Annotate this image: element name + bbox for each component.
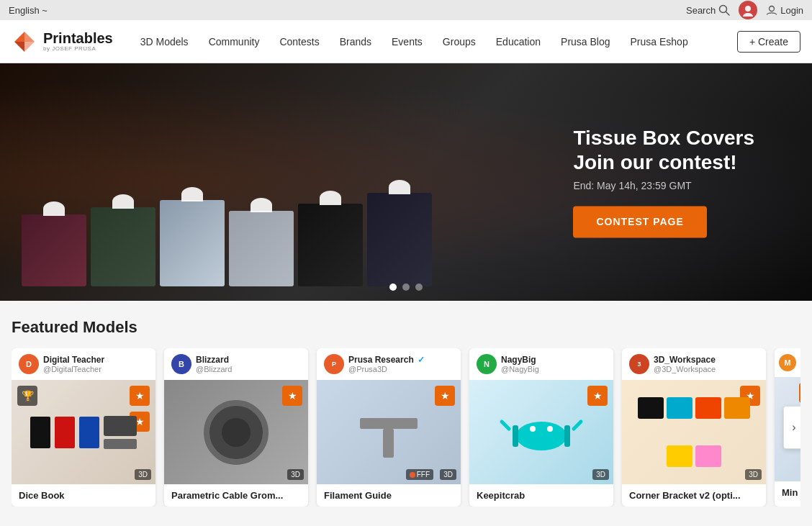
svg-marker-8	[24, 42, 35, 52]
logo[interactable]: Printables by JOSEF PRUSA	[12, 29, 113, 55]
nav-item-education[interactable]: Education	[486, 20, 551, 63]
tissue-box-4	[229, 211, 294, 286]
search-icon	[718, 4, 730, 16]
card-image-3: ★ 3D FFF	[317, 380, 461, 484]
tissue-box-5	[298, 204, 363, 286]
author-info-1: Digital Teacher @DigitalTeacher	[43, 355, 104, 373]
svg-point-11	[516, 422, 567, 450]
author-avatar-6: M	[779, 354, 796, 371]
author-info-5: 3D_Workspace @3D_Workspace	[654, 355, 716, 373]
svg-point-3	[743, 13, 753, 17]
nav-item-groups[interactable]: Groups	[433, 20, 486, 63]
author-avatar-5: 3	[629, 354, 649, 374]
tissue-2	[112, 194, 134, 209]
create-button[interactable]: + Create	[737, 31, 800, 53]
card-author-3: P Prusa Research ✓ @Prusa3D	[317, 348, 461, 380]
nav-item-events[interactable]: Events	[382, 20, 433, 63]
hero-dot-3[interactable]	[415, 284, 423, 291]
card-name-6: Min	[775, 481, 800, 504]
model-card-corner[interactable]: 3 3D_Workspace @3D_Workspace ★ 3D C	[622, 348, 766, 507]
card-image-4: ★ 3D	[469, 380, 613, 484]
author-info-3: Prusa Research ✓ @Prusa3D	[348, 355, 425, 373]
svg-rect-9	[360, 418, 418, 429]
author-info-4: NagyBig @NagyBig	[501, 355, 539, 373]
model-card-cable[interactable]: B Blizzard @Blizzard ★ 3D Parametric Cab…	[164, 348, 308, 507]
tissue-3	[181, 187, 203, 201]
language-selector[interactable]: English ~	[9, 5, 48, 16]
keepitcrab-img	[498, 396, 585, 468]
tissue-box-3	[160, 200, 225, 286]
top-bar: English ~ Search Login	[0, 0, 812, 20]
author-avatar-3: P	[324, 354, 344, 374]
svg-rect-12	[513, 425, 518, 447]
login-label: Login	[780, 5, 803, 16]
scroll-right-arrow[interactable]: ›	[783, 406, 800, 449]
card-author-1: D Digital Teacher @DigitalTeacher	[12, 348, 155, 380]
card-name-2: Parametric Cable Grom...	[164, 484, 308, 507]
tissue-5	[320, 191, 341, 205]
author-handle-5: @3D_Workspace	[654, 365, 716, 373]
svg-marker-7	[14, 42, 24, 52]
card-author-6: M	[775, 348, 800, 377]
author-name-2: Blizzard	[196, 355, 232, 365]
hero-dot-2[interactable]	[402, 284, 410, 291]
hero-subtitle: Join our contest!	[573, 150, 754, 175]
model-card-filament[interactable]: P Prusa Research ✓ @Prusa3D ★ 3D FFF	[317, 348, 461, 507]
card-name-3: Filament Guide	[317, 484, 461, 507]
svg-rect-13	[564, 425, 570, 447]
card-name-5: Corner Bracket v2 (opti...	[622, 484, 766, 507]
featured-section: Featured Models D Digital Teacher @Digit…	[0, 301, 812, 507]
logo-sub: by JOSEF PRUSA	[43, 46, 113, 53]
search-area[interactable]: Search	[686, 4, 730, 16]
author-handle-4: @NagyBig	[501, 365, 539, 373]
svg-point-2	[745, 6, 751, 12]
nav-item-3d-models[interactable]: 3D Models	[130, 20, 199, 63]
svg-line-14	[502, 422, 509, 429]
svg-marker-6	[24, 32, 35, 42]
hero-dot-1[interactable]	[389, 284, 397, 291]
author-handle-3: @Prusa3D	[348, 365, 425, 373]
user-avatar[interactable]	[739, 1, 757, 19]
contest-page-button[interactable]: CONTEST PAGE	[573, 207, 706, 238]
hero-decoration	[22, 207, 432, 301]
card-author-4: N NagyBig @NagyBig	[469, 348, 613, 380]
svg-line-15	[574, 422, 581, 429]
hero-content: Tissue Box Covers Join our contest! End:…	[573, 126, 754, 237]
user-icon	[766, 4, 777, 16]
author-handle-2: @Blizzard	[196, 365, 232, 373]
card-author-2: B Blizzard @Blizzard	[164, 348, 308, 380]
svg-line-1	[726, 12, 730, 16]
nav-item-prusa-eshop[interactable]: Prusa Eshop	[621, 20, 698, 63]
card-author-5: 3 3D_Workspace @3D_Workspace	[622, 348, 766, 380]
logo-text: Printables by JOSEF PRUSA	[43, 30, 113, 53]
nav-item-prusa-blog[interactable]: Prusa Blog	[551, 20, 620, 63]
verified-icon-3: ✓	[418, 355, 425, 365]
hero-end-date: End: May 14h, 23:59 GMT	[573, 181, 754, 192]
search-label: Search	[686, 5, 716, 16]
author-name-1: Digital Teacher	[43, 355, 104, 365]
hero-title: Tissue Box Covers	[573, 126, 754, 150]
card-image-2: ★ 3D	[164, 380, 308, 484]
logo-icon	[12, 29, 37, 55]
model-card-keepit[interactable]: N NagyBig @NagyBig ★ 3D	[469, 348, 613, 507]
filament-guide-img	[353, 396, 425, 468]
svg-point-4	[770, 6, 775, 12]
author-avatar-2: B	[171, 354, 191, 374]
card-image-1: 🏆 ★ ★ 3D	[12, 380, 155, 484]
svg-point-17	[547, 426, 553, 432]
tissue-4	[251, 198, 272, 212]
card-name-1: Dice Book	[12, 484, 155, 507]
nav-item-contests[interactable]: Contests	[269, 20, 329, 63]
model-card-dice-book[interactable]: D Digital Teacher @DigitalTeacher 🏆 ★ ★ …	[12, 348, 155, 507]
star-button-6[interactable]: ★	[799, 383, 800, 403]
logo-main: Printables	[43, 30, 113, 46]
top-bar-right: Search Login	[686, 1, 803, 19]
login-button[interactable]: Login	[766, 4, 803, 16]
models-row: D Digital Teacher @DigitalTeacher 🏆 ★ ★ …	[12, 348, 800, 507]
svg-marker-5	[14, 32, 24, 42]
card-name-4: Keepitcrab	[469, 484, 613, 507]
nav-item-community[interactable]: Community	[199, 20, 270, 63]
svg-rect-10	[383, 429, 394, 458]
tissue-6	[389, 180, 410, 194]
nav-item-brands[interactable]: Brands	[330, 20, 382, 63]
